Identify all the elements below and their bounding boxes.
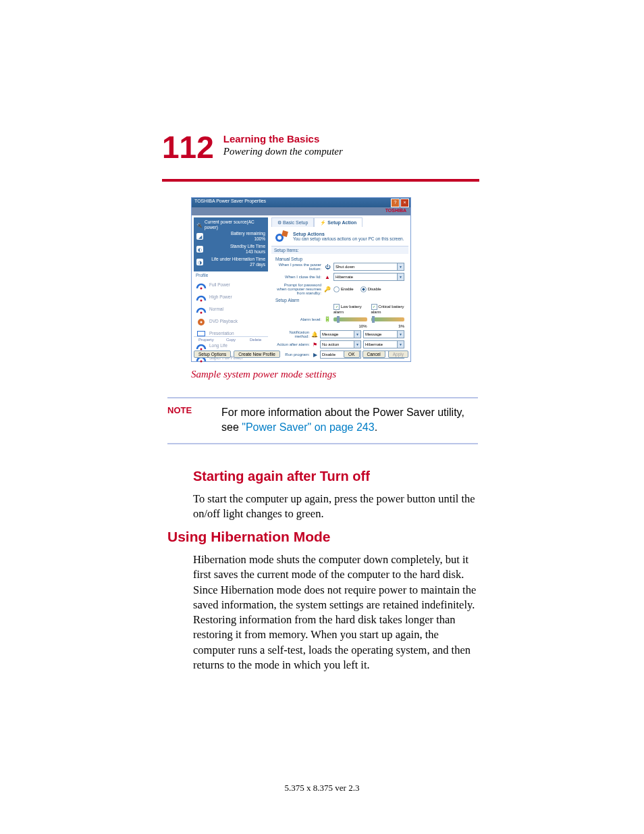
tab-delete[interactable]: Delete <box>243 337 268 346</box>
critical-alarm-percent: 3% <box>371 324 405 328</box>
panel-subtitle: You can setup various actions on your PC… <box>293 236 404 241</box>
chevron-down-icon: ▼ <box>397 341 404 348</box>
combo-value: No action <box>322 342 339 346</box>
combo-value: Hibernate <box>336 275 353 279</box>
figure-caption: Sample system power mode settings <box>191 369 411 380</box>
enable-label: Enable <box>341 287 354 291</box>
note-text-post: . <box>375 421 377 433</box>
lid-icon: ▲ <box>323 274 331 280</box>
profile-header: Profile <box>194 271 268 279</box>
svg-point-1 <box>200 299 203 301</box>
hibernate-time-label: Life under Hibernation Time <box>211 257 265 261</box>
body-paragraph-1: To start the computer up again, press th… <box>193 492 478 522</box>
password-prompt-label: Prompt for password when computer resume… <box>275 283 323 295</box>
crit-method-combo[interactable]: Message▼ <box>363 330 404 338</box>
low-alarm-slider[interactable] <box>333 317 367 321</box>
lightning-icon: ⚡ <box>320 220 326 226</box>
profile-label: Presentation <box>209 331 234 336</box>
disable-radio[interactable] <box>360 286 367 292</box>
low-action-combo[interactable]: No action▼ <box>320 340 361 348</box>
dvd-icon <box>196 317 207 326</box>
manual-setup-title: Manual Setup <box>275 257 404 261</box>
setup-actions-icon <box>274 230 289 243</box>
svg-point-10 <box>277 236 281 240</box>
combo-value: Shut down <box>336 265 354 269</box>
profile-item[interactable]: High Power <box>196 292 266 302</box>
note-rule-top <box>167 397 478 398</box>
heading-starting-again: Starting again after Turn off <box>193 469 370 484</box>
low-battery-checkbox[interactable]: ✓ <box>333 304 340 310</box>
note-rule-bottom <box>167 443 478 444</box>
tab-copy[interactable]: Copy <box>219 337 244 346</box>
gauge-icon <box>196 292 207 302</box>
low-alarm-percent: 10% <box>333 324 367 328</box>
chapter-title: Learning the Basics <box>223 133 343 145</box>
low-method-combo[interactable]: Message▼ <box>320 330 361 338</box>
power-source-label: Current power source(AC power) <box>205 219 265 231</box>
standby-value: 143 hours <box>246 249 265 254</box>
critical-battery-checkbox[interactable]: ✓ <box>371 304 377 310</box>
hibernate-icon: ◑ <box>196 259 203 265</box>
panel-title: Setup Actions <box>293 232 404 236</box>
critical-alarm-slider[interactable] <box>371 317 405 321</box>
ok-button[interactable]: OK <box>344 350 359 358</box>
profile-label: High Power <box>209 294 232 299</box>
battery-icon: 🔋 <box>323 316 331 322</box>
heading-hibernation-mode: Using Hibernation Mode <box>167 529 331 545</box>
lid-label: When I close the lid: <box>275 275 323 279</box>
standby-icon: ◐ <box>196 246 203 253</box>
footer-text: 5.375 x 8.375 ver 2.3 <box>0 783 644 793</box>
svg-point-8 <box>200 360 203 362</box>
enable-radio[interactable] <box>333 286 340 292</box>
note-text: For more information about the Power Sav… <box>221 405 478 434</box>
tab-setup-action[interactable]: ⚡Setup Action <box>314 217 363 227</box>
action-icon: ⚑ <box>312 342 318 348</box>
chevron-down-icon: ▼ <box>354 341 360 348</box>
gauge-icon <box>196 280 207 290</box>
tab-label: Basic Setup <box>283 220 308 225</box>
profile-label: Normal <box>209 307 223 311</box>
cancel-button[interactable]: Cancel <box>363 350 385 358</box>
chevron-down-icon: ▼ <box>354 331 360 338</box>
window-titlebar[interactable]: TOSHIBA Power Saver Properties ? × <box>192 198 410 207</box>
apply-button[interactable]: Apply <box>388 350 408 358</box>
setup-alarm-title: Setup Alarm <box>275 298 404 303</box>
power-button-combo[interactable]: Shut down▼ <box>333 263 404 271</box>
combo-value: Message <box>365 332 381 336</box>
power-button-label: When I press the power button: <box>275 263 323 271</box>
setup-options-button[interactable]: Setup Options <box>194 350 231 358</box>
bell-icon: 🔔 <box>311 332 318 338</box>
tab-basic-setup[interactable]: ⚙Basic Setup <box>271 217 314 227</box>
profile-item[interactable]: Full Power <box>196 280 266 290</box>
tab-property[interactable]: Property <box>194 337 219 346</box>
close-button[interactable]: × <box>400 199 409 207</box>
gear-icon: ⚙ <box>277 220 281 226</box>
chevron-down-icon: ▼ <box>397 331 404 338</box>
profile-item[interactable]: Normal <box>196 305 266 314</box>
disable-label: Disable <box>368 287 381 291</box>
svg-point-4 <box>200 321 203 323</box>
body-paragraph-2: Hibernation mode shuts the computer down… <box>193 552 478 673</box>
tab-label: Setup Action <box>327 220 356 225</box>
power-status-panel: 🔌Current power source(AC power) ◢Battery… <box>194 217 268 271</box>
crit-action-combo[interactable]: Hibernate▼ <box>363 340 404 348</box>
hibernate-time-value: 27 days <box>250 262 265 267</box>
svg-point-2 <box>200 311 203 313</box>
header-rule <box>162 179 479 182</box>
profile-label: DVD Playback <box>209 319 238 323</box>
key-icon: 🔑 <box>323 286 331 292</box>
lid-combo[interactable]: Hibernate▼ <box>333 273 404 281</box>
standby-label: Standby Life Time <box>230 244 265 249</box>
section-title: Powering down the computer <box>223 146 343 157</box>
create-new-profile-button[interactable]: Create New Profile <box>234 350 280 358</box>
power-icon: ⏻ <box>323 264 331 270</box>
help-button[interactable]: ? <box>391 199 400 207</box>
alarm-level-label: Alarm level: <box>275 317 323 321</box>
profile-item[interactable]: DVD Playback <box>196 317 266 326</box>
note-link[interactable]: "Power Saver" on page 243 <box>242 421 374 433</box>
profile-label: Full Power <box>209 282 230 287</box>
battery-remaining-value: 100% <box>254 236 265 241</box>
note-label: NOTE <box>167 405 221 434</box>
page-number: 112 <box>162 132 214 163</box>
gauge-icon <box>196 305 207 314</box>
